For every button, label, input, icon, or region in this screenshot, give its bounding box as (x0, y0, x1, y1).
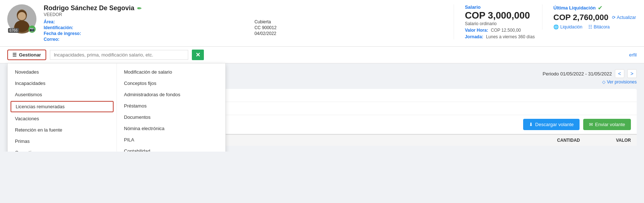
dropdown-item[interactable]: PILA (117, 134, 226, 145)
liq-bitacora-link[interactable]: ☷ Bitácora (588, 24, 610, 30)
gestionar-bar: ☰ Gestionar ✕ erfil NovedadesIncapacidad… (0, 47, 644, 63)
gestionar-search-input[interactable] (50, 50, 188, 60)
dropdown-item[interactable]: Nómina electrónica (117, 123, 226, 134)
liq-update-link[interactable]: ⟳ Actualizar (612, 15, 636, 20)
avatar-container: 6766 📷 (7, 4, 36, 34)
send-volante-button[interactable]: ✉ Enviar volante (583, 119, 631, 130)
liq-title: Última Liquidación (553, 5, 596, 11)
jornada-label: Jornada: (465, 34, 483, 39)
dropdown-menu: NovedadesIncapacidadesAusentismosLicenci… (7, 63, 226, 152)
th-cantidad: CANTIDAD (557, 138, 602, 143)
jornada-value: Lunes a viernes 360 días (486, 34, 535, 39)
liq-action2-label: Bitácora (594, 24, 610, 30)
area-value: Cubierta (254, 19, 446, 24)
camera-icon[interactable]: 📷 (28, 26, 36, 33)
send-label: Enviar volante (595, 122, 625, 127)
gestionar-label: Gestionar (19, 52, 41, 58)
dropdown-item[interactable]: Documentos (117, 112, 226, 123)
menu-icon: ☰ (12, 52, 17, 58)
id-value: CC 900012 (254, 25, 446, 30)
dropdown-item[interactable]: Incapacidades (8, 78, 116, 89)
th-valor: VALOR (602, 138, 631, 143)
periodo-prev-button[interactable]: < (615, 69, 624, 78)
periodo-nav: Periodo 01/05/2022 - 31/05/2022 < > (543, 69, 637, 78)
correo-value (254, 37, 446, 42)
download-label: Descargar volante (535, 122, 574, 127)
salary-hora: Valor Hora: COP 12.500,00 (465, 28, 535, 33)
hora-value: COP 12.500,00 (491, 28, 521, 33)
bitacora-icon: ☷ (588, 24, 592, 30)
periodo-next-button[interactable]: > (627, 69, 637, 78)
dropdown-item[interactable]: Retención en la fuente (8, 124, 116, 136)
profile-bar: 6766 📷 Rodrigo Sánchez De Segovia ✏ VEED… (0, 0, 644, 47)
profile-name-row: Rodrigo Sánchez De Segovia ✏ (44, 4, 446, 12)
gestionar-button[interactable]: ☰ Gestionar (7, 50, 46, 60)
liq-actions: 🌐 Liquidación ☷ Bitácora (553, 24, 637, 30)
dropdown-col-2: Modificación de salarioConceptos fijosAd… (117, 63, 226, 152)
dropdown-item[interactable]: Conceptos fijos (117, 78, 226, 89)
liq-action1-label: Liquidación (560, 24, 582, 30)
provisiones-label: Ver provisiones (607, 79, 637, 85)
svg-point-4 (18, 12, 26, 20)
profile-role: VEEDOR (44, 12, 446, 17)
profile-fields: Área: Cubierta Identificación: CC 900012… (44, 19, 446, 42)
edit-icon[interactable]: ✏ (137, 5, 142, 11)
dropdown-col-1: NovedadesIncapacidadesAusentismosLicenci… (8, 63, 117, 152)
correo-label: Correo: (44, 37, 251, 42)
diamond-icon: ◇ (602, 79, 605, 85)
liq-amount-row: COP 2,760,000 ⟳ Actualizar (553, 13, 637, 22)
dropdown-item[interactable]: Contabilidad (117, 145, 226, 152)
area-label: Área: (44, 19, 251, 24)
close-icon: ✕ (195, 52, 200, 58)
profile-name: Rodrigo Sánchez De Segovia (44, 4, 134, 12)
dropdown-item[interactable]: Cesantías (8, 147, 116, 152)
salary-amount: COP 3,000,000 (465, 10, 535, 21)
dropdown-item[interactable]: Novedades (8, 66, 116, 78)
periodo-label: Periodo 01/05/2022 - 31/05/2022 (543, 71, 612, 77)
check-icon: ✔ (598, 4, 602, 11)
avatar-badge: 6766 (8, 28, 19, 33)
dropdown-item[interactable]: Primas (8, 136, 116, 147)
dropdown-item[interactable]: Vacaciones (8, 113, 116, 124)
salary-jornada: Jornada: Lunes a viernes 360 días (465, 34, 535, 39)
dropdown-item[interactable]: Modificación de salario (117, 66, 226, 78)
liquidacion-section: Última Liquidación ✔ COP 2,760,000 ⟳ Act… (542, 4, 637, 30)
provisiones-link[interactable]: ◇ Ver provisiones (602, 79, 637, 85)
gestionar-close-button[interactable]: ✕ (192, 50, 204, 60)
profile-info: Rodrigo Sánchez De Segovia ✏ VEEDOR Área… (44, 4, 446, 42)
salary-label: Salario (465, 4, 535, 10)
dropdown-item[interactable]: Licencias remuneradas (11, 101, 114, 112)
ingreso-label: Fecha de ingreso: (44, 31, 251, 36)
salary-section: Salario COP 3,000,000 Salario ordinario … (454, 4, 535, 39)
refresh-icon: ⟳ (612, 15, 616, 20)
email-icon: ✉ (589, 122, 593, 127)
dropdown-item[interactable]: Administradoras de fondos (117, 89, 226, 100)
liq-header: Última Liquidación ✔ (553, 4, 637, 11)
salary-type: Salario ordinario (465, 21, 535, 26)
hora-label: Valor Hora: (465, 28, 488, 33)
liquidacion-icon: 🌐 (553, 24, 559, 30)
liq-liquidacion-link[interactable]: 🌐 Liquidación (553, 24, 582, 30)
download-icon: ⬇ (529, 122, 533, 127)
perfil-label: erfil (629, 52, 637, 58)
id-label: Identificación: (44, 25, 251, 30)
download-volante-button[interactable]: ⬇ Descargar volante (523, 119, 580, 130)
liq-amount: COP 2,760,000 (553, 13, 608, 22)
ingreso-value: 04/02/2022 (254, 31, 446, 36)
dropdown-item[interactable]: Ausentismos (8, 89, 116, 100)
liq-update-label: Actualizar (617, 15, 636, 20)
dropdown-item[interactable]: Préstamos (117, 100, 226, 112)
perfil-link[interactable]: erfil (629, 52, 637, 58)
